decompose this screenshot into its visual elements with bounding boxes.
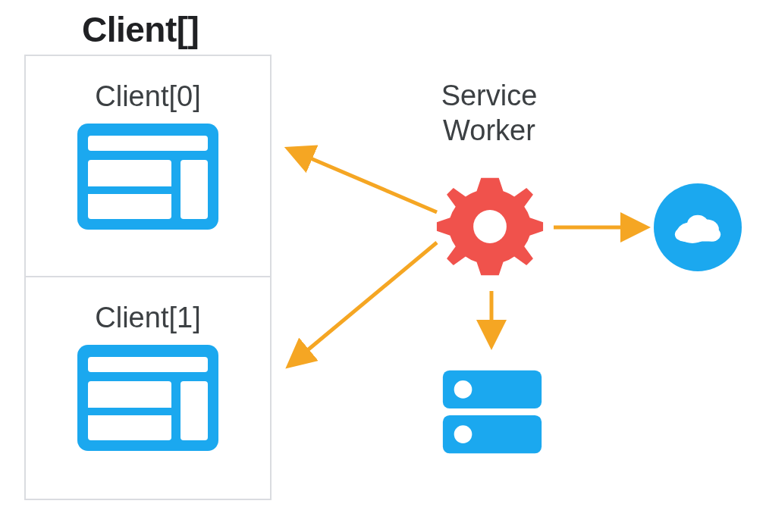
svg-point-10 [473,210,507,243]
server-icon [436,355,548,467]
clients-container: Client[0] Client[1] [24,55,272,500]
client-0-cell: Client[0] [26,56,270,277]
svg-rect-1 [88,136,208,151]
clients-array-title: Client[] [82,9,199,50]
client-0-label: Client[0] [26,56,270,113]
svg-rect-8 [88,408,171,415]
arrow-sw-to-client1 [291,243,437,364]
svg-rect-6 [88,357,208,372]
svg-rect-9 [181,381,208,440]
svg-point-21 [454,425,472,443]
gear-icon [435,171,545,282]
cloud-icon [654,183,742,271]
svg-rect-3 [88,186,171,194]
svg-rect-17 [678,231,718,242]
svg-point-19 [454,380,472,399]
arrow-sw-to-client0 [291,150,437,212]
service-worker-label-line2: Worker [443,114,535,146]
service-worker-label: Service Worker [410,79,569,148]
browser-window-icon [77,345,218,451]
svg-rect-4 [181,160,208,219]
client-1-cell: Client[1] [26,277,270,499]
client-1-label: Client[1] [26,277,270,334]
diagram-stage: Client[] Client[0] Client[1] [0,0,766,532]
service-worker-label-line1: Service [441,80,538,111]
browser-window-icon [77,124,218,230]
